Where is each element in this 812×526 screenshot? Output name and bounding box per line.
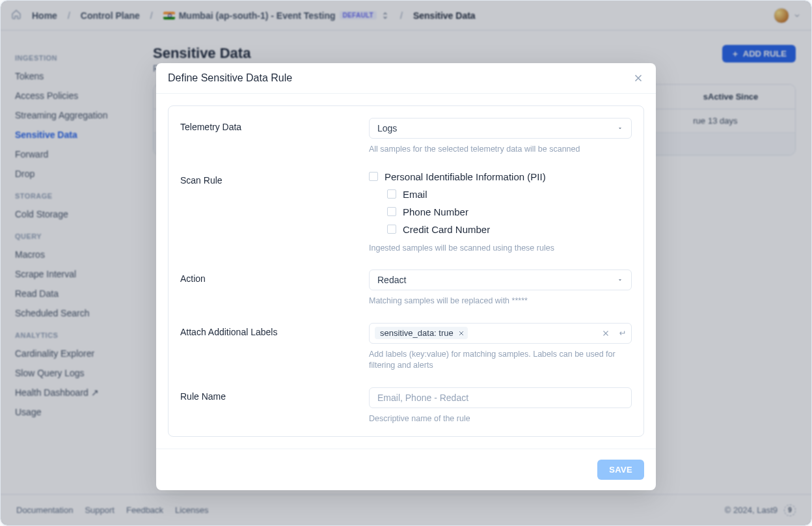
checkbox-icon bbox=[369, 172, 378, 181]
form-card: Telemetry Data Logs All samples for the … bbox=[168, 105, 644, 437]
helper-labels: Add labels (key:value) for matching samp… bbox=[369, 349, 632, 372]
select-telemetry-data[interactable]: Logs bbox=[369, 118, 632, 139]
helper-telemetry: All samples for the selected telemetry d… bbox=[369, 144, 632, 156]
modal-title: Define Sensitive Data Rule bbox=[168, 72, 292, 84]
helper-action: Matching samples will be replaced with *… bbox=[369, 296, 632, 307]
label-action: Action bbox=[180, 270, 369, 284]
checkbox-email-label: Email bbox=[403, 189, 427, 200]
label-rule-name: Rule Name bbox=[180, 387, 369, 402]
checkbox-icon bbox=[387, 225, 396, 234]
select-telemetry-value: Logs bbox=[377, 123, 397, 133]
labels-input[interactable]: sensitive_data: true bbox=[369, 323, 632, 344]
select-action-value: Redact bbox=[377, 275, 406, 285]
caret-down-icon bbox=[617, 277, 623, 283]
checkbox-icon bbox=[387, 189, 396, 199]
save-button[interactable]: SAVE bbox=[597, 460, 644, 480]
modal-overlay: Define Sensitive Data Rule Telemetry Dat… bbox=[1, 1, 811, 525]
remove-tag-icon[interactable] bbox=[457, 329, 465, 337]
helper-rule-name: Descriptive name of the rule bbox=[369, 413, 632, 425]
label-scan-rule: Scan Rule bbox=[180, 171, 369, 186]
checkbox-pii[interactable]: Personal Identifiable Information (PII) bbox=[369, 171, 632, 182]
checkbox-credit-card-label: Credit Card Number bbox=[403, 224, 490, 235]
checkbox-email[interactable]: Email bbox=[369, 189, 632, 200]
rule-name-input[interactable] bbox=[369, 387, 632, 408]
clear-icon[interactable] bbox=[601, 329, 610, 338]
helper-scan-rule: Ingested samples will be scanned using t… bbox=[369, 243, 632, 255]
label-telemetry-data: Telemetry Data bbox=[180, 118, 369, 132]
label-tag-text: sensitive_data: true bbox=[380, 328, 453, 338]
checkbox-icon bbox=[387, 207, 396, 216]
select-action[interactable]: Redact bbox=[369, 270, 632, 290]
checkbox-credit-card[interactable]: Credit Card Number bbox=[369, 224, 632, 235]
checkbox-phone[interactable]: Phone Number bbox=[369, 206, 632, 217]
define-rule-modal: Define Sensitive Data Rule Telemetry Dat… bbox=[156, 63, 656, 490]
checkbox-pii-label: Personal Identifiable Information (PII) bbox=[385, 171, 546, 182]
close-icon[interactable] bbox=[632, 72, 644, 84]
label-attach-labels: Attach Additional Labels bbox=[180, 323, 369, 337]
checkbox-phone-label: Phone Number bbox=[403, 206, 468, 217]
enter-icon[interactable] bbox=[617, 329, 626, 338]
caret-down-icon bbox=[617, 125, 623, 132]
label-tag: sensitive_data: true bbox=[375, 327, 468, 339]
